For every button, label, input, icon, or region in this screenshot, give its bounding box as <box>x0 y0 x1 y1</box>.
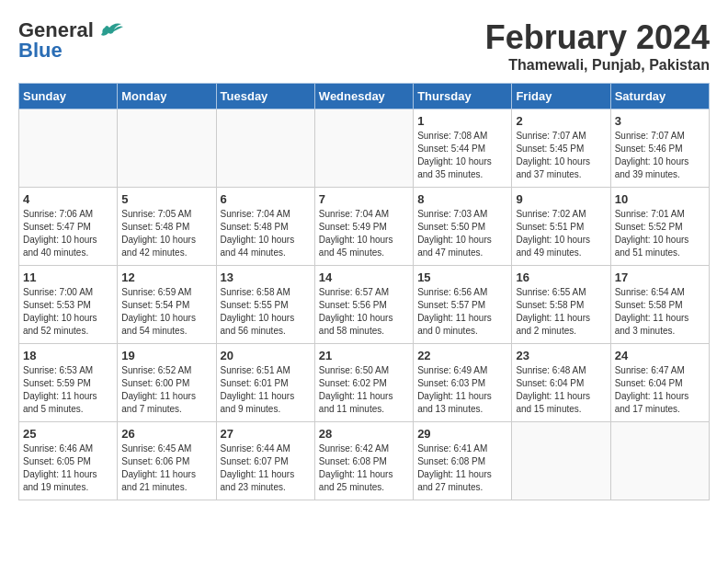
calendar-cell: 8Sunrise: 7:03 AM Sunset: 5:50 PM Daylig… <box>414 188 512 266</box>
day-number: 8 <box>417 192 507 206</box>
calendar-cell: 19Sunrise: 6:52 AM Sunset: 6:00 PM Dayli… <box>118 344 216 422</box>
month-title: February 2024 <box>485 18 710 57</box>
calendar-cell: 2Sunrise: 7:07 AM Sunset: 5:45 PM Daylig… <box>512 109 610 188</box>
calendar-cell <box>19 109 118 188</box>
day-number: 24 <box>615 349 705 362</box>
day-info: Sunrise: 6:51 AM Sunset: 6:01 PM Dayligh… <box>221 364 311 416</box>
calendar-cell <box>512 422 610 500</box>
weekday-header-sunday: Sunday <box>19 84 118 109</box>
calendar-cell: 28Sunrise: 6:42 AM Sunset: 6:08 PM Dayli… <box>314 422 413 500</box>
calendar-cell: 21Sunrise: 6:50 AM Sunset: 6:02 PM Dayli… <box>314 344 413 422</box>
day-info: Sunrise: 7:04 AM Sunset: 5:48 PM Dayligh… <box>221 208 311 259</box>
day-info: Sunrise: 7:08 AM Sunset: 5:44 PM Dayligh… <box>417 130 507 181</box>
day-info: Sunrise: 7:07 AM Sunset: 5:46 PM Dayligh… <box>615 130 705 181</box>
day-number: 26 <box>121 427 211 441</box>
day-info: Sunrise: 7:06 AM Sunset: 5:47 PM Dayligh… <box>23 208 113 259</box>
logo: General Blue <box>18 18 123 63</box>
week-row-4: 18Sunrise: 6:53 AM Sunset: 5:59 PM Dayli… <box>19 344 710 422</box>
day-number: 22 <box>417 349 507 362</box>
calendar-table: SundayMondayTuesdayWednesdayThursdayFrid… <box>18 83 710 500</box>
day-number: 4 <box>23 192 113 206</box>
calendar-cell: 22Sunrise: 6:49 AM Sunset: 6:03 PM Dayli… <box>414 344 512 422</box>
calendar-cell: 9Sunrise: 7:02 AM Sunset: 5:51 PM Daylig… <box>512 188 610 266</box>
calendar-cell: 20Sunrise: 6:51 AM Sunset: 6:01 PM Dayli… <box>216 344 314 422</box>
calendar-cell: 5Sunrise: 7:05 AM Sunset: 5:48 PM Daylig… <box>118 188 216 266</box>
calendar-cell: 3Sunrise: 7:07 AM Sunset: 5:46 PM Daylig… <box>610 109 709 188</box>
calendar-cell: 6Sunrise: 7:04 AM Sunset: 5:48 PM Daylig… <box>216 188 314 266</box>
day-number: 29 <box>417 427 507 441</box>
day-number: 11 <box>23 270 113 284</box>
day-info: Sunrise: 7:00 AM Sunset: 5:53 PM Dayligh… <box>23 286 113 338</box>
day-info: Sunrise: 6:58 AM Sunset: 5:55 PM Dayligh… <box>221 286 311 338</box>
day-number: 2 <box>516 114 606 128</box>
day-info: Sunrise: 6:54 AM Sunset: 5:58 PM Dayligh… <box>615 286 705 338</box>
week-row-2: 4Sunrise: 7:06 AM Sunset: 5:47 PM Daylig… <box>19 188 710 266</box>
calendar-cell: 17Sunrise: 6:54 AM Sunset: 5:58 PM Dayli… <box>610 266 709 344</box>
day-info: Sunrise: 6:57 AM Sunset: 5:56 PM Dayligh… <box>319 286 409 338</box>
day-info: Sunrise: 7:07 AM Sunset: 5:45 PM Dayligh… <box>516 130 606 181</box>
day-info: Sunrise: 6:59 AM Sunset: 5:54 PM Dayligh… <box>121 286 211 338</box>
calendar-cell: 1Sunrise: 7:08 AM Sunset: 5:44 PM Daylig… <box>414 109 512 188</box>
calendar-cell: 26Sunrise: 6:45 AM Sunset: 6:06 PM Dayli… <box>118 422 216 500</box>
day-info: Sunrise: 6:46 AM Sunset: 6:05 PM Dayligh… <box>23 442 113 494</box>
day-info: Sunrise: 6:47 AM Sunset: 6:04 PM Dayligh… <box>615 364 705 416</box>
day-info: Sunrise: 6:55 AM Sunset: 5:58 PM Dayligh… <box>516 286 606 338</box>
weekday-header-friday: Friday <box>512 84 610 109</box>
location-title: Thamewali, Punjab, Pakistan <box>485 57 710 74</box>
day-number: 21 <box>319 349 409 362</box>
day-number: 9 <box>516 192 606 206</box>
weekday-header-row: SundayMondayTuesdayWednesdayThursdayFrid… <box>19 84 710 109</box>
calendar-cell <box>118 109 216 188</box>
day-number: 7 <box>319 192 409 206</box>
day-number: 5 <box>121 192 211 206</box>
day-info: Sunrise: 7:05 AM Sunset: 5:48 PM Dayligh… <box>121 208 211 259</box>
day-info: Sunrise: 7:01 AM Sunset: 5:52 PM Dayligh… <box>615 208 705 259</box>
day-number: 14 <box>319 270 409 284</box>
day-number: 25 <box>23 427 113 441</box>
calendar-cell: 16Sunrise: 6:55 AM Sunset: 5:58 PM Dayli… <box>512 266 610 344</box>
calendar-cell: 18Sunrise: 6:53 AM Sunset: 5:59 PM Dayli… <box>19 344 118 422</box>
week-row-5: 25Sunrise: 6:46 AM Sunset: 6:05 PM Dayli… <box>19 422 710 500</box>
day-number: 20 <box>221 349 311 362</box>
day-number: 12 <box>121 270 211 284</box>
calendar-cell: 15Sunrise: 6:56 AM Sunset: 5:57 PM Dayli… <box>414 266 512 344</box>
calendar-cell: 10Sunrise: 7:01 AM Sunset: 5:52 PM Dayli… <box>610 188 709 266</box>
calendar-cell: 12Sunrise: 6:59 AM Sunset: 5:54 PM Dayli… <box>118 266 216 344</box>
day-number: 1 <box>417 114 507 128</box>
day-number: 18 <box>23 349 113 362</box>
calendar-cell: 23Sunrise: 6:48 AM Sunset: 6:04 PM Dayli… <box>512 344 610 422</box>
header: General Blue February 2024 Thamewali, Pu… <box>18 18 710 74</box>
week-row-3: 11Sunrise: 7:00 AM Sunset: 5:53 PM Dayli… <box>19 266 710 344</box>
weekday-header-monday: Monday <box>118 84 216 109</box>
weekday-header-tuesday: Tuesday <box>216 84 314 109</box>
weekday-header-saturday: Saturday <box>610 84 709 109</box>
calendar-cell <box>314 109 413 188</box>
day-number: 6 <box>221 192 311 206</box>
day-number: 3 <box>615 114 705 128</box>
day-info: Sunrise: 6:45 AM Sunset: 6:06 PM Dayligh… <box>121 442 211 494</box>
day-info: Sunrise: 6:50 AM Sunset: 6:02 PM Dayligh… <box>319 364 409 416</box>
calendar-cell: 4Sunrise: 7:06 AM Sunset: 5:47 PM Daylig… <box>19 188 118 266</box>
day-info: Sunrise: 6:52 AM Sunset: 6:00 PM Dayligh… <box>121 364 211 416</box>
day-number: 15 <box>417 270 507 284</box>
calendar-cell: 11Sunrise: 7:00 AM Sunset: 5:53 PM Dayli… <box>19 266 118 344</box>
weekday-header-wednesday: Wednesday <box>314 84 413 109</box>
day-number: 23 <box>516 349 606 362</box>
day-number: 27 <box>221 427 311 441</box>
calendar-cell: 14Sunrise: 6:57 AM Sunset: 5:56 PM Dayli… <box>314 266 413 344</box>
calendar-cell: 24Sunrise: 6:47 AM Sunset: 6:04 PM Dayli… <box>610 344 709 422</box>
calendar-cell: 7Sunrise: 7:04 AM Sunset: 5:49 PM Daylig… <box>314 188 413 266</box>
day-number: 17 <box>615 270 705 284</box>
weekday-header-thursday: Thursday <box>414 84 512 109</box>
logo-blue-text: Blue <box>18 39 63 63</box>
day-info: Sunrise: 7:03 AM Sunset: 5:50 PM Dayligh… <box>417 208 507 259</box>
calendar-cell: 29Sunrise: 6:41 AM Sunset: 6:08 PM Dayli… <box>414 422 512 500</box>
calendar-cell: 25Sunrise: 6:46 AM Sunset: 6:05 PM Dayli… <box>19 422 118 500</box>
day-number: 10 <box>615 192 705 206</box>
day-info: Sunrise: 6:49 AM Sunset: 6:03 PM Dayligh… <box>417 364 507 416</box>
day-info: Sunrise: 6:56 AM Sunset: 5:57 PM Dayligh… <box>417 286 507 338</box>
calendar-cell: 27Sunrise: 6:44 AM Sunset: 6:07 PM Dayli… <box>216 422 314 500</box>
logo-bird-icon <box>96 20 123 40</box>
day-number: 13 <box>221 270 311 284</box>
day-info: Sunrise: 6:48 AM Sunset: 6:04 PM Dayligh… <box>516 364 606 416</box>
